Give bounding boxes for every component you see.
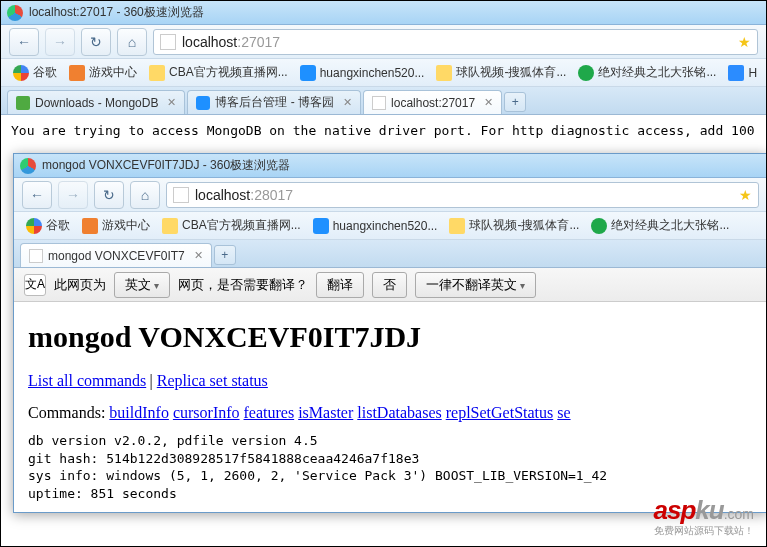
system-info: db version v2.0.2, pdfile version 4.5git… [28,432,753,502]
reload-button[interactable]: ↻ [94,181,124,209]
command-link[interactable]: listDatabases [357,404,441,421]
commands-line: Commands: buildInfo cursorInfo features … [28,404,753,422]
url-bar[interactable]: localhost:27017 ★ [153,29,758,55]
bookmark-item[interactable]: 游戏中心 [78,215,154,236]
bookmark-item[interactable]: 球队视频-搜狐体育... [445,215,583,236]
forward-button[interactable]: → [45,28,75,56]
tab[interactable]: Downloads - MongoDB✕ [7,90,185,114]
link-replica-set-status[interactable]: Replica set status [157,372,268,389]
reload-button[interactable]: ↻ [81,28,111,56]
bookmark-label: CBA官方视频直播网... [169,64,288,81]
bookmark-item[interactable]: huangxinchen520... [296,63,429,83]
bookmark-item[interactable]: H [724,63,761,83]
tab-mongod[interactable]: mongod VONXCEVF0IT7 ✕ [20,243,212,267]
tab-icon [16,96,30,110]
tab-icon [372,96,386,110]
window-title: localhost:27017 - 360极速浏览器 [29,4,204,21]
back-button[interactable]: ← [22,181,52,209]
outer-browser-window: localhost:27017 - 360极速浏览器 ← → ↻ ⌂ local… [1,1,766,146]
translate-never-dropdown[interactable]: 一律不翻译英文 [415,272,536,298]
forward-button[interactable]: → [58,181,88,209]
bookmark-item[interactable]: 球队视频-搜狐体育... [432,62,570,83]
page-icon [29,249,43,263]
bookmark-item[interactable]: CBA官方视频直播网... [158,215,305,236]
bookmark-icon [591,218,607,234]
command-link[interactable]: features [244,404,295,421]
window-title: mongod VONXCEVF0IT7JDJ - 360极速浏览器 [42,157,290,174]
command-link[interactable]: isMaster [298,404,353,421]
url-text: localhost:27017 [182,34,280,50]
bookmark-label: 谷歌 [33,64,57,81]
outer-titlebar[interactable]: localhost:27017 - 360极速浏览器 [1,1,766,25]
bookmark-item[interactable]: 绝对经典之北大张铭... [574,62,720,83]
inner-bookmarks-bar: 谷歌游戏中心CBA官方视频直播网...huangxinchen520...球队视… [14,212,767,240]
close-icon[interactable]: ✕ [167,96,176,109]
bookmark-item[interactable]: huangxinchen520... [309,216,442,236]
bookmark-star-icon[interactable]: ★ [738,34,751,50]
bookmark-star-icon[interactable]: ★ [739,187,752,203]
translate-bar: 文A 此网页为 英文 网页，是否需要翻译？ 翻译 否 一律不翻译英文 [14,268,767,302]
bookmark-icon [300,65,316,81]
tab[interactable]: 博客后台管理 - 博客园✕ [187,90,361,114]
bookmark-item[interactable]: 谷歌 [9,62,61,83]
command-link[interactable]: cursorInfo [173,404,240,421]
command-link[interactable]: replSetGetStatus [446,404,554,421]
translate-no-button[interactable]: 否 [372,272,407,298]
command-link[interactable]: buildInfo [109,404,169,421]
separator: | [150,372,157,389]
bookmark-item[interactable]: 谷歌 [22,215,74,236]
close-icon[interactable]: ✕ [343,96,352,109]
bookmark-label: 游戏中心 [89,64,137,81]
bookmark-label: 绝对经典之北大张铭... [611,217,729,234]
inner-browser-window: mongod VONXCEVF0IT7JDJ - 360极速浏览器 ← → ↻ … [13,153,767,513]
tab[interactable]: localhost:27017✕ [363,90,502,114]
tab-label: Downloads - MongoDB [35,96,158,110]
inner-titlebar[interactable]: mongod VONXCEVF0IT7JDJ - 360极速浏览器 [14,154,767,178]
new-tab-button[interactable]: + [504,92,526,112]
url-bar[interactable]: localhost:28017 ★ [166,182,759,208]
inner-tabstrip: mongod VONXCEVF0IT7 ✕ + [14,240,767,268]
info-line: uptime: 851 seconds [28,485,753,503]
bookmark-icon [162,218,178,234]
link-list-all-commands[interactable]: List all commands [28,372,146,389]
bookmark-icon [26,218,42,234]
browser-icon [7,5,23,21]
close-icon[interactable]: ✕ [194,249,203,262]
inner-page-content: mongod VONXCEVF0IT7JDJ List all commands… [14,302,767,512]
inner-navbar: ← → ↻ ⌂ localhost:28017 ★ [14,178,767,212]
tab-icon [196,96,210,110]
bookmark-label: 游戏中心 [102,217,150,234]
info-line: git hash: 514b122d308928517f5841888ceaa4… [28,450,753,468]
translate-prefix: 此网页为 [54,276,106,294]
bookmark-item[interactable]: 绝对经典之北大张铭... [587,215,733,236]
bookmark-icon [69,65,85,81]
page-icon [173,187,189,203]
home-button[interactable]: ⌂ [117,28,147,56]
translate-suffix: 网页，是否需要翻译？ [178,276,308,294]
commands-label: Commands: [28,404,109,421]
translate-button[interactable]: 翻译 [316,272,364,298]
new-tab-button[interactable]: + [214,245,236,265]
bookmark-item[interactable]: 游戏中心 [65,62,141,83]
url-text: localhost:28017 [195,187,293,203]
close-icon[interactable]: ✕ [484,96,493,109]
info-line: db version v2.0.2, pdfile version 4.5 [28,432,753,450]
command-link[interactable]: se [557,404,570,421]
back-button[interactable]: ← [9,28,39,56]
bookmark-icon [436,65,452,81]
home-button[interactable]: ⌂ [130,181,160,209]
info-line: sys info: windows (5, 1, 2600, 2, 'Servi… [28,467,753,485]
tab-label: 博客后台管理 - 博客园 [215,94,334,111]
outer-bookmarks-bar: 谷歌游戏中心CBA官方视频直播网...huangxinchen520...球队视… [1,59,766,87]
outer-navbar: ← → ↻ ⌂ localhost:27017 ★ [1,25,766,59]
bookmark-icon [728,65,744,81]
watermark: aspku.com 免费网站源码下载站！ [654,495,755,538]
outer-tabstrip: Downloads - MongoDB✕博客后台管理 - 博客园✕localho… [1,87,766,115]
translate-icon[interactable]: 文A [24,274,46,296]
bookmark-icon [13,65,29,81]
outer-page-content: You are trying to access MongoDB on the … [1,115,766,146]
bookmark-item[interactable]: CBA官方视频直播网... [145,62,292,83]
bookmark-label: huangxinchen520... [320,66,425,80]
mongo-message: You are trying to access MongoDB on the … [11,123,755,138]
translate-lang-dropdown[interactable]: 英文 [114,272,170,298]
